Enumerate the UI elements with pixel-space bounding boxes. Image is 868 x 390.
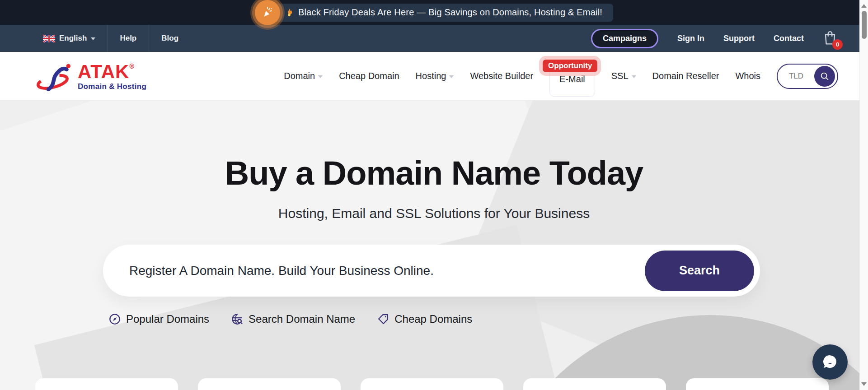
nav-item-cheap-domain[interactable]: Cheap Domain (339, 71, 399, 81)
cart-count-badge: 0 (832, 39, 843, 50)
scrollbar-thumb[interactable] (862, 11, 867, 39)
card (198, 378, 341, 390)
promo-message-pill: Black Friday Deals Are Here — Big Saving… (264, 4, 613, 22)
page-subtitle: Hosting, Email and SSL Solutions for You… (0, 206, 868, 221)
support-link[interactable]: Support (723, 34, 755, 43)
nav-label: SSL (611, 71, 629, 81)
compass-icon (108, 313, 121, 325)
nav-item-website-builder[interactable]: Website Builder (470, 71, 533, 81)
page-title: Buy a Domain Name Today (0, 154, 868, 192)
domain-search-bar: Search (103, 245, 760, 297)
logo[interactable]: ATAK ® Domain & Hosting (36, 61, 146, 91)
nav-item-whois[interactable]: Whois (735, 71, 760, 81)
tag-icon (377, 313, 389, 325)
registered-mark: ® (129, 63, 134, 70)
nav-item-domain-reseller[interactable]: Domain Reseller (652, 71, 719, 81)
nav-label: Cheap Domain (339, 71, 399, 81)
tld-search-button[interactable] (814, 66, 835, 87)
cards-row (35, 378, 829, 390)
logo-brand: ATAK (78, 62, 129, 81)
nav-label: Domain Reseller (652, 71, 719, 81)
hero-content: Buy a Domain Name Today Hosting, Email a… (0, 154, 868, 325)
logo-tagline: Domain & Hosting (78, 83, 146, 90)
quick-link-label: Search Domain Name (249, 313, 355, 325)
uk-flag-icon (43, 35, 55, 42)
topbar-right: Campaigns Sign In Support Contact 0 (591, 29, 838, 48)
logo-mark-icon (36, 61, 75, 91)
chevron-down-icon (318, 75, 323, 78)
nav-item-ssl[interactable]: SSL (611, 71, 636, 81)
language-label: English (59, 34, 87, 43)
domain-search-input[interactable] (103, 245, 645, 297)
party-popper-icon-circle (255, 0, 280, 25)
cheap-domains-link[interactable]: Cheap Domains (377, 313, 472, 325)
logo-text: ATAK ® Domain & Hosting (78, 62, 146, 90)
blog-link[interactable]: Blog (149, 25, 191, 52)
chevron-down-icon (449, 75, 454, 78)
chat-widget-button[interactable] (812, 344, 848, 380)
scroll-down-arrow[interactable] (861, 382, 867, 386)
page: Black Friday Deals Are Here — Big Saving… (0, 0, 868, 390)
quick-links: Popular Domains Search Domain Name (108, 313, 868, 325)
party-popper-icon[interactable] (255, 0, 280, 25)
card (523, 378, 666, 390)
card (35, 378, 178, 390)
search-icon (820, 71, 830, 81)
opportunity-badge: Opportunity (543, 60, 597, 72)
language-switcher[interactable]: English (43, 25, 108, 52)
quick-link-label: Popular Domains (126, 313, 209, 325)
nav-label: Whois (735, 71, 760, 81)
nav-menu: Domain Cheap Domain Hosting Website Buil… (284, 64, 838, 89)
chevron-down-icon (91, 37, 95, 40)
contact-link[interactable]: Contact (774, 34, 804, 43)
nav-label: Domain (284, 71, 315, 81)
promo-banner: Black Friday Deals Are Here — Big Saving… (0, 0, 868, 25)
chevron-down-icon (632, 75, 636, 78)
search-domain-name-link[interactable]: Search Domain Name (231, 313, 355, 325)
nav-label: Hosting (416, 71, 446, 81)
card (686, 378, 829, 390)
help-link[interactable]: Help (108, 25, 149, 52)
nav-label: E-Mail (559, 74, 585, 84)
tld-search (777, 64, 838, 89)
search-button[interactable]: Search (645, 251, 754, 291)
scroll-up-arrow[interactable] (861, 4, 867, 8)
promo-banner-text: Black Friday Deals Are Here — Big Saving… (298, 7, 602, 18)
main-navbar: ATAK ® Domain & Hosting Domain Cheap Dom… (0, 52, 868, 101)
tld-search-input[interactable] (789, 72, 811, 81)
topbar-left: English Help Blog (43, 25, 191, 52)
scrollbar[interactable] (859, 0, 868, 390)
nav-item-domain[interactable]: Domain (284, 71, 323, 81)
campaigns-button[interactable]: Campaigns (591, 29, 658, 48)
nav-label: Website Builder (470, 71, 533, 81)
hero-section: Buy a Domain Name Today Hosting, Email a… (0, 101, 868, 390)
fire-icon (285, 7, 294, 18)
sign-in-link[interactable]: Sign In (677, 34, 704, 43)
popular-domains-link[interactable]: Popular Domains (108, 313, 209, 325)
cart-button[interactable]: 0 (823, 30, 838, 47)
nav-item-hosting[interactable]: Hosting (416, 71, 454, 81)
quick-link-label: Cheap Domains (394, 313, 472, 325)
card (361, 378, 503, 390)
search-globe-icon (231, 313, 244, 325)
nav-item-email[interactable]: Opportunity E-Mail (549, 67, 595, 97)
topbar: English Help Blog Campaigns Sign In Supp… (0, 25, 868, 52)
chat-bubble-icon (821, 353, 840, 371)
